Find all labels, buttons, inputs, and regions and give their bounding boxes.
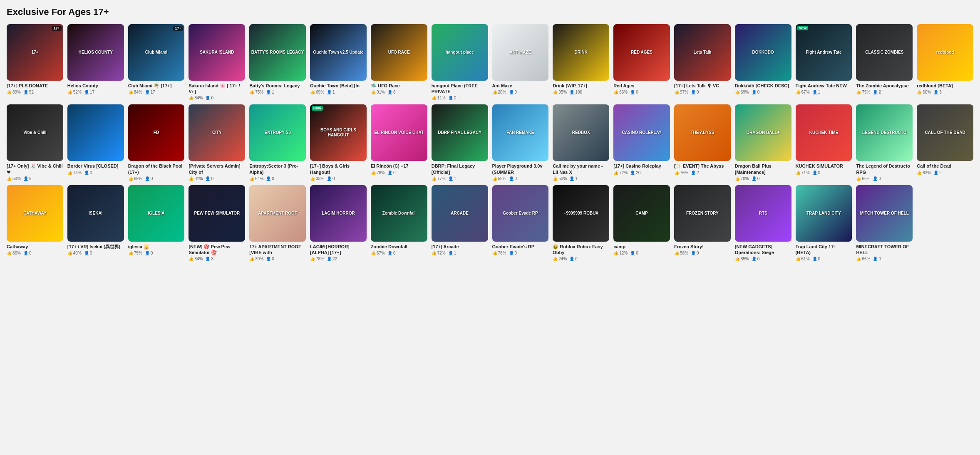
game-stats: 👍 63%👤 2 [917,171,973,175]
game-card[interactable]: ENTROPY S3Entropy:Sector 3 (Pre-Alpha)👍 … [249,104,306,181]
like-stat: 👍 76% [674,171,688,175]
game-card[interactable]: ANT MAZEAnt Maze👍 20%👤 0 [492,24,549,100]
player-stat: 👤 0 [812,171,821,175]
game-card[interactable]: CAMPcamp👍 12%👤 0 [613,185,670,261]
new-badge: NEW [797,26,809,30]
game-title: 🤑 Roblox Robox Easy Obby [553,244,609,256]
game-stats: 👍 81%👤 0 [189,176,245,181]
game-card[interactable]: BOYS AND GIRLS HANGOUTNEW[17+] Boys & Gi… [310,104,367,181]
game-card[interactable]: FAN REMAKEPlayer Playground 3.0v (SUMMER… [492,104,549,181]
player-icon: 👤 [145,176,150,181]
game-card[interactable]: ARCADE[17+] Arcade👍 72%👤 1 [432,185,488,261]
like-stat: 👍 91% [371,90,385,94]
game-stats: 👍 66%👤 0 [613,90,670,94]
thumbs-up-icon: 👍 [553,257,558,261]
game-card[interactable]: redbloodredblood [BETA]👍 60%👤 3 [917,24,973,100]
game-card[interactable]: APARTMENT ROOF17+ APARTMENT ROOF [VIBE w… [249,185,306,261]
player-stat: 👤 52 [23,90,34,94]
thumbs-up-icon: 👍 [189,96,194,100]
like-stat: 👍 72% [432,251,446,255]
game-stats: 👍 84%👤 3 [189,257,245,261]
game-card[interactable]: Border Virus [CLOSED]👍 74%👤 0 [67,104,124,181]
game-card[interactable]: FDDragon of the Black Pool (17+)👍 69%👤 0 [128,104,185,181]
game-title: iglesia 🕌 [128,244,185,250]
game-card[interactable]: CITY[Private Servers Admin] City of👍 81%… [189,104,245,181]
game-card[interactable]: Fight Andrew TateNEWFight Andrew Tate NE… [796,24,852,100]
game-card[interactable]: DBRP FINAL LEGACYDBRP: Final Legacy [Off… [432,104,488,181]
game-card[interactable]: LEGEND DESTRUCTOThe Legend of Destructo … [856,104,913,181]
game-card[interactable]: Club Miami17+Club Miami 🌴 [17+]👍 84%👤 17 [128,24,185,100]
game-card[interactable]: Vibe & Chill[17+ Only] 🐰 Vibe & Chill ❤👍… [7,104,63,181]
like-stat: 👍 71% [796,171,810,175]
game-card[interactable]: DRAGON BALL+Dragon Ball Plus [Maintenanc… [735,104,791,181]
game-card[interactable]: CALL OF THE DEADCall of the Dead👍 63%👤 2 [917,104,973,181]
thumbs-up-icon: 👍 [553,176,558,181]
game-card[interactable]: EL RINCON VOICE CHATEl Rincón (C) +17👍 7… [371,104,427,181]
game-card[interactable]: Zombie DownfallZombie Downfall👍 67%👤 0 [371,185,427,261]
thumbs-up-icon: 👍 [492,90,497,94]
game-card[interactable]: CASINO ROLEPLAY[17+] Casino Roleplay👍 72… [613,104,670,181]
thumbs-up-icon: 👍 [917,90,922,94]
player-icon: 👤 [327,176,332,181]
game-stats: 👍 91%👤 8 [371,90,427,94]
game-card[interactable]: UFO RACE🛸 UFO Race👍 91%👤 8 [371,24,427,100]
game-stats: 👍 76%👤 2 [674,171,731,175]
game-card[interactable]: KUCHEK TIMEKUCHEK SIMULATOR👍 71%👤 0 [796,104,852,181]
player-stat: 👤 9 [23,176,32,181]
like-stat: 👍 69% [128,176,142,181]
game-stats: 👍 61%👤 0 [796,257,852,261]
player-stat: 👤 1 [812,90,821,94]
player-icon: 👤 [569,90,574,94]
game-card[interactable]: +9999999 ROBUX🤑 Roblox Robox Easy Obby👍 … [553,185,609,261]
game-card[interactable]: ISEKAI[17+ / VR] Isekai (異世界)👍 40%👤 0 [67,185,124,261]
like-stat: 👍 78% [492,251,506,255]
game-stats: 👍 60%👤 3 [917,90,973,94]
game-card[interactable]: IGLESIAiglesia 🕌👍 75%👤 0 [128,185,185,261]
game-card[interactable]: TRAP LAND CITYTrap Land City 17+ (BETA)👍… [796,185,852,261]
like-stat: 👍 40% [67,251,82,255]
game-card[interactable]: LAGIM HORRORLAGIM [HORROR] [ALPHA] [17+]… [310,185,367,261]
thumbs-up-icon: 👍 [371,251,376,255]
game-stats: 👍 69%👤 1 [310,90,367,94]
player-icon: 👤 [387,171,392,175]
game-card[interactable]: RED AGESRed Ages👍 66%👤 0 [613,24,670,100]
like-stat: 👍 12% [613,251,628,255]
player-icon: 👤 [84,90,89,94]
player-stat: 👤 0 [145,176,153,181]
game-title: Red Ages [613,83,670,89]
game-card[interactable]: REDBOXCall me by your name - Lil Nas X👍 … [553,104,609,181]
player-icon: 👤 [145,251,150,255]
game-card[interactable]: Ouchie Town v2.5 UpdateOuchie Town [Beta… [310,24,367,100]
game-title: [17+] PLS DONATE [7,83,63,89]
game-card[interactable]: THE ABYSS[✨ EVENT] The Abyss👍 76%👤 2 [674,104,731,181]
game-stats: 👍 77%👤 1 [432,176,488,181]
new-badge: NEW [312,106,323,111]
like-stat: 👍 75% [249,90,263,94]
age-badge: 17+ [52,26,62,31]
like-stat: 👍 33% [310,176,324,181]
game-stats: 👍 67%👤 0 [371,251,427,255]
game-card[interactable]: HELIOS COUNTYHelios County👍 52%👤 17 [67,24,124,100]
game-card[interactable]: CLASSIC ZOMBIESThe Zombie Apocalypse👍 75… [856,24,913,100]
game-title: [Private Servers Admin] City of [189,163,245,175]
game-card[interactable]: Goober Evade RPGoober Evade's RP👍 78%👤 0 [492,185,549,261]
thumbs-up-icon: 👍 [613,251,618,255]
game-card[interactable]: BATTY'S ROOMS LEGACYBatty's Rooms: Legac… [249,24,306,100]
player-icon: 👤 [327,90,332,94]
game-card[interactable]: SAKURA ISLANDSakura Island 🌸 [ 17+ / Vr … [189,24,245,100]
game-card[interactable]: CATHAWAYCathaway👍 86%👤 0 [7,185,63,261]
game-card[interactable]: DRINKDrink [WIP, 17+]👍 95%👤 100 [553,24,609,100]
game-card[interactable]: Lets Talk[17+] Lets Talk 🎙 VC👍 97%👤 0 [674,24,731,100]
game-card[interactable]: DOKKŌDŌDokkōdō [CHECK DESC]👍 69%👤 0 [735,24,791,100]
game-card[interactable]: FROZEN STORYFrozen Story!👍 58%👤 0 [674,185,731,261]
game-card[interactable]: hangout placehangout Place (FREE PRIVATE… [432,24,488,100]
game-card[interactable]: PEW PEW SIMULATOR[NEW] 🎯 Pew Pew Simulat… [189,185,245,261]
game-title: Goober Evade's RP [492,244,549,250]
game-card[interactable]: 17+17+[17+] PLS DONATE👍 89%👤 52 [7,24,63,100]
thumbs-up-icon: 👍 [7,90,12,94]
like-stat: 👍 66% [856,176,870,181]
game-card[interactable]: MITCH TOWER OF HELLMINECRAFT TOWER OF HE… [856,185,913,261]
game-card[interactable]: RTS[NEW GADGETS] Operations: Siege👍 85%👤… [735,185,791,261]
game-title: hangout Place (FREE PRIVATE [432,83,488,95]
like-stat: 👍 78% [310,257,324,261]
